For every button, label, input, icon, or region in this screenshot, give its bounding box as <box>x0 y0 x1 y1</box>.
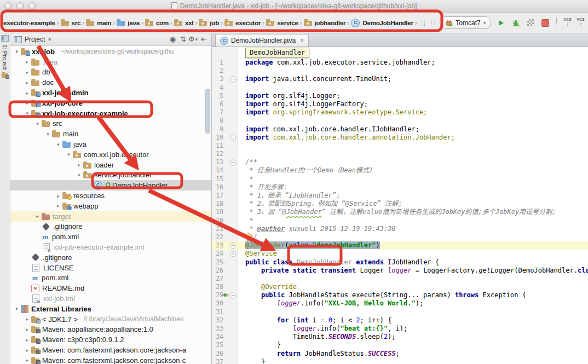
tree-item-gitignore[interactable]: .gitignore <box>10 252 211 263</box>
fold-icon[interactable]: − <box>230 76 236 82</box>
tree-expand-arrow-icon[interactable]: ▾ <box>54 142 62 147</box>
tree-collapse-arrow-icon[interactable]: ▸ <box>33 213 42 219</box>
breadcrumb-item-executor[interactable]: executor <box>224 19 261 26</box>
tree-item-xxl-job[interactable]: ▾xxl-job ~/workspaces/idea-git-workspace… <box>10 47 211 57</box>
code-token: logger <box>388 267 411 274</box>
breadcrumb-item-xxl[interactable]: xxl <box>174 19 193 26</box>
project-tree-scrollbar[interactable] <box>205 89 210 134</box>
breadcrumb-item-executor-example[interactable]: executor-example <box>3 20 55 26</box>
hide-panel-icon[interactable]: ⇤ <box>199 34 209 45</box>
tree-item-xxl-job-core[interactable]: ▸xxl-job-core <box>10 98 211 108</box>
breadcrumb-item-demojobhandler[interactable]: CDemoJobHandler <box>351 19 413 27</box>
collapse-icon[interactable]: ⇅ <box>178 34 188 45</box>
chevron-down-icon[interactable]: ▾ <box>48 37 51 42</box>
breadcrumb-item-com[interactable]: com <box>145 19 169 26</box>
run-configuration-selector[interactable]: Tomcat7 ▾ <box>440 16 491 29</box>
tree-item-external-libraries[interactable]: ▾External Libraries <box>10 304 211 314</box>
fold-icon[interactable]: − <box>230 292 236 298</box>
tree-item-loader[interactable]: ▸loader <box>10 160 211 170</box>
breadcrumb-separator-icon: › <box>347 19 349 27</box>
debug-button[interactable] <box>511 18 521 28</box>
breadcrumb-item-main[interactable]: main <box>86 19 111 26</box>
breadcrumb-item-service[interactable]: service <box>266 19 298 26</box>
vcs-update-button[interactable]: VCS ↓ <box>563 18 572 28</box>
tree-expand-arrow-icon[interactable]: ▾ <box>65 152 73 157</box>
fold-icon[interactable]: − <box>230 242 236 249</box>
tree-item-maven-c3p0-c3p0-0-9-1-2[interactable]: ▸Maven: c3p0:c3p0:0.9.1.2 <box>10 334 211 345</box>
tree-item-gitignore[interactable]: .gitignore <box>10 222 211 232</box>
breadcrumb-item-src[interactable]: src <box>61 19 81 26</box>
tree-item-pom-xml[interactable]: mpom.xml <box>10 232 211 242</box>
run-button[interactable] <box>496 18 506 28</box>
tree-expand-arrow-icon[interactable]: ▾ <box>13 306 21 311</box>
project-files-icon[interactable] <box>2 72 8 78</box>
tree-item-service-jobhandler[interactable]: ▾service.jobhandler <box>10 170 211 181</box>
tree-expand-arrow-icon[interactable]: ▾ <box>44 131 52 137</box>
tree-item-readme-md[interactable]: MREADME.md <box>10 283 211 293</box>
tree-collapse-arrow-icon[interactable]: ▸ <box>23 80 31 85</box>
breadcrumb-item-job[interactable]: job <box>199 19 219 26</box>
fold-icon[interactable]: − <box>230 159 236 165</box>
tree-item-pom-xml[interactable]: mpom.xml <box>10 273 211 284</box>
tool-window-stripe: 1: Project <box>0 33 10 364</box>
tree-item-com-xxl-job-executor[interactable]: ▾com.xxl.job.executor <box>10 149 211 160</box>
tree-collapse-arrow-icon[interactable]: ▸ <box>23 100 31 106</box>
tree-collapse-arrow-icon[interactable]: ▸ <box>54 203 62 209</box>
code-token: 2 <box>356 316 360 324</box>
fold-icon[interactable]: − <box>230 251 236 257</box>
fold-icon[interactable]: − <box>230 135 236 141</box>
tab-close-icon[interactable]: × <box>300 37 304 44</box>
tree-item-maven-com-fasterxml-jackson-core-jackson-a[interactable]: ▸Maven: com.fasterxml.jackson.core:jacks… <box>10 345 211 355</box>
tree-collapse-arrow-icon[interactable]: ▸ <box>23 357 31 363</box>
tree-collapse-arrow-icon[interactable]: ▸ <box>23 59 31 65</box>
tree-item-src[interactable]: ▾src <box>10 119 211 129</box>
tree-item-maven-com-fasterxml-jackson-core-jackson-c[interactable]: ▸Maven: com.fasterxml.jackson.core:jacks… <box>10 355 211 364</box>
tree-item-doc[interactable]: ▸doc <box>10 77 211 88</box>
code-line-35: } <box>238 341 588 349</box>
tree-item-license[interactable]: LICENSE <box>10 263 211 273</box>
tree-expand-arrow-icon[interactable]: ▾ <box>33 121 42 126</box>
project-panel-icon <box>14 36 22 43</box>
tree-item-java[interactable]: ▾java <box>10 139 211 149</box>
scroll-down-icon[interactable]: ↓ <box>422 19 426 27</box>
tree-item-idea[interactable]: ▸.idea <box>10 57 211 67</box>
tree-expand-arrow-icon[interactable]: ▾ <box>13 49 21 54</box>
intention-bulb-icon[interactable] <box>245 233 252 240</box>
code-area[interactable]: package com.xxl.job.executor.service.job… <box>238 47 588 364</box>
stop-button[interactable] <box>540 18 550 28</box>
run-with-coverage-button[interactable] <box>526 18 535 28</box>
tree-item-xxl-job-admin[interactable]: ▸xxl-job-admin <box>10 88 211 98</box>
tree-item-xxl-job-executor-example[interactable]: ▾xxl-job-executor-example <box>10 108 211 119</box>
tree-item-db[interactable]: ▸db <box>10 67 211 78</box>
tree-collapse-arrow-icon[interactable]: ▸ <box>23 90 31 96</box>
tree-item-jdk1-7[interactable]: ▸< JDK1.7 > /Library/Java/JavaVirtualMac… <box>10 314 211 325</box>
vcs-commit-button[interactable]: VCS ↑ <box>577 18 585 28</box>
override-marker-icon[interactable]: ↑ <box>223 293 229 297</box>
editor-tab-demojobhandler[interactable]: C DemoJobHandler.java × <box>215 34 309 47</box>
tree-collapse-arrow-icon[interactable]: ▸ <box>23 327 31 332</box>
tree-collapse-arrow-icon[interactable]: ▸ <box>54 193 62 199</box>
tree-item-target[interactable]: ▸target <box>10 211 211 222</box>
project-stripe-button[interactable]: 1: Project <box>2 44 8 70</box>
tree-expand-arrow-icon[interactable]: ▾ <box>23 111 31 116</box>
tree-item-demojobhandler[interactable]: CDemoJobHandler <box>10 180 211 190</box>
tree-item-resources[interactable]: ▸resources <box>10 190 211 201</box>
code-token: com.xxl.job.core.handler.annotation.JobH… <box>273 134 455 141</box>
tree-expand-arrow-icon[interactable]: ▾ <box>75 172 83 178</box>
project-tool-window-icon[interactable] <box>1 35 9 42</box>
tree-item-maven-aopalliance-aopalliance-1-0[interactable]: ▸Maven: aopalliance:aopalliance:1.0 <box>10 325 211 335</box>
tree-item-webapp[interactable]: ▸webapp <box>10 201 211 211</box>
tree-collapse-arrow-icon[interactable]: ▸ <box>23 348 31 353</box>
tree-collapse-arrow-icon[interactable]: ▸ <box>23 316 31 322</box>
line-number: 12 <box>216 150 223 158</box>
breadcrumb-item-java[interactable]: java <box>117 19 140 26</box>
tree-item-xxl-job-executor-example-iml[interactable]: xxl-job-executor-example.iml <box>10 242 211 252</box>
tree-collapse-arrow-icon[interactable]: ▸ <box>75 162 83 167</box>
locate-icon[interactable]: ◉ <box>168 34 178 45</box>
tree-item-xxl-job-iml[interactable]: xxl-job.iml <box>10 293 211 304</box>
breadcrumb-item-jobhandler[interactable]: jobhandler <box>304 19 346 26</box>
gear-icon[interactable]: ⚙▾ <box>188 34 199 45</box>
tree-item-main[interactable]: ▾main <box>10 129 211 139</box>
tree-collapse-arrow-icon[interactable]: ▸ <box>23 337 31 343</box>
tree-collapse-arrow-icon[interactable]: ▸ <box>23 70 31 75</box>
